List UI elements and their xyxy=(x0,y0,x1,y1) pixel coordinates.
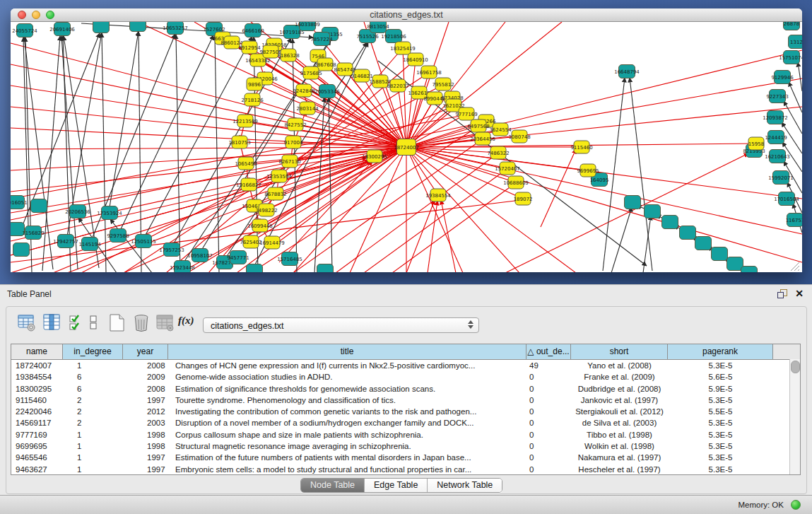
table-cell-out_degree: 0 xyxy=(526,395,571,406)
graph-edge[interactable] xyxy=(364,170,506,272)
graph-edge[interactable] xyxy=(406,147,463,272)
float-panel-icon[interactable] xyxy=(777,289,787,298)
node-label: 917004 xyxy=(284,140,303,146)
table-row[interactable]: 977716911998Corpus callosum shape and si… xyxy=(11,429,800,440)
node-label: 16648794 xyxy=(614,69,640,75)
graph-node-teal[interactable] xyxy=(741,267,758,273)
table-row[interactable]: 1456911722003Disruption of a novel membe… xyxy=(11,417,800,428)
graph-edge[interactable] xyxy=(279,161,372,262)
node-label: 20053346 xyxy=(314,89,340,95)
graph-node-teal[interactable] xyxy=(130,22,146,32)
column-header-short[interactable]: short xyxy=(571,344,668,359)
graph-node-teal[interactable] xyxy=(317,264,334,273)
table-scrollbar[interactable] xyxy=(789,359,800,474)
graph-edge[interactable] xyxy=(406,50,802,147)
node-label: 12093872 xyxy=(763,115,788,121)
canvas-resize-grip[interactable] xyxy=(791,262,799,271)
table-row[interactable]: 1938455462009Genome-wide association stu… xyxy=(11,371,800,382)
node-label: 8427552 xyxy=(284,122,306,128)
node-label: 18724007 xyxy=(394,145,419,151)
row-boxes-icon[interactable] xyxy=(88,313,100,332)
table-header-row: namein_degreeyeartitle△ out_de...shortpa… xyxy=(11,344,800,360)
table-row[interactable]: 1830029562008Estimation of significance … xyxy=(11,383,800,395)
function-builder-icon[interactable]: f(x) xyxy=(178,315,194,327)
column-header-out_degree[interactable]: △ out_de... xyxy=(526,344,571,359)
select-columns-icon[interactable] xyxy=(68,313,85,332)
table-cell-name: 9115460 xyxy=(11,395,63,406)
graph-edge[interactable] xyxy=(611,207,632,272)
table-row[interactable]: 1872400712008Changes of HCN gene express… xyxy=(11,360,800,371)
table-cell-in_degree: 1 xyxy=(63,360,123,371)
graph-node-teal[interactable] xyxy=(625,196,641,209)
table-row[interactable]: 969969511998Structural magnetic resonanc… xyxy=(11,440,800,452)
dropdown-arrows-icon xyxy=(468,320,473,329)
node-label: 7857224 xyxy=(310,37,333,42)
graph-node-teal[interactable] xyxy=(727,257,743,271)
table-cell-out_degree: 49 xyxy=(526,360,571,371)
table-cell-out_degree: 0 xyxy=(526,417,571,428)
node-label: 116753 xyxy=(786,218,802,223)
graph-node-teal[interactable] xyxy=(247,264,263,273)
table-row[interactable]: 911546021997Tourette syndrome. Phenomeno… xyxy=(11,395,800,406)
graph-node-teal[interactable] xyxy=(93,22,110,33)
new-table-icon[interactable] xyxy=(107,313,127,333)
graph-node-teal[interactable] xyxy=(662,216,678,229)
node-label: 8186328 xyxy=(277,53,299,59)
graph-node-teal[interactable] xyxy=(712,247,728,261)
table-settings-icon[interactable] xyxy=(17,313,37,332)
node-label: 12353594 xyxy=(266,174,292,180)
table-cell-name: 14569117 xyxy=(11,417,63,428)
table-cell-name: 18724007 xyxy=(11,360,63,371)
network-view[interactable]: 2405572420691406106532571527602646616010… xyxy=(11,22,802,272)
graph-edge[interactable] xyxy=(81,23,313,37)
graph-node-teal[interactable] xyxy=(680,226,696,240)
graph-edge[interactable] xyxy=(11,147,406,149)
table-row[interactable]: 946362711997Embryonic stem cells: a mode… xyxy=(11,464,800,475)
memory-status-label: Memory: OK xyxy=(738,501,784,509)
node-label: 20364456 xyxy=(470,136,495,142)
graph-node-teal[interactable] xyxy=(695,237,712,250)
table-cell-out_degree: 0 xyxy=(526,464,571,475)
tab-network-table[interactable]: Network Table xyxy=(428,479,502,492)
graph-edge[interactable] xyxy=(406,147,802,262)
delete-table-icon[interactable] xyxy=(131,313,151,333)
node-label: 2803144 xyxy=(296,106,319,112)
graph-node-teal[interactable] xyxy=(13,243,30,257)
memory-ok-indicator[interactable] xyxy=(791,500,801,510)
node-label: 16914479 xyxy=(259,240,285,246)
column-header-year[interactable]: year xyxy=(123,344,168,359)
tab-node-table[interactable]: Node Table xyxy=(301,479,365,492)
graph-edge[interactable] xyxy=(102,33,106,272)
node-label: 8678832 xyxy=(264,192,286,197)
tab-edge-table[interactable]: Edge Table xyxy=(365,479,428,492)
node-label: 20691406 xyxy=(49,27,75,33)
network-window: citations_edges.txt 24055724206914061065… xyxy=(11,8,802,272)
table-row[interactable]: 946554611997Estimation of the future num… xyxy=(11,452,800,463)
column-header-name[interactable]: name xyxy=(11,344,63,359)
node-label: 24055724 xyxy=(12,28,37,34)
graph-edge[interactable] xyxy=(293,140,481,272)
network-canvas[interactable]: 2405572420691406106532571527602646616010… xyxy=(11,22,802,272)
column-header-in_degree[interactable]: in_degree xyxy=(63,344,123,359)
table-cell-in_degree: 2 xyxy=(63,417,123,428)
column-header-title[interactable]: title xyxy=(168,344,526,359)
column-display-icon[interactable] xyxy=(42,313,61,332)
table-cell-year: 2012 xyxy=(123,406,168,417)
table-cell-title: Estimation of significance thresholds fo… xyxy=(168,383,526,395)
column-header-pagerank[interactable]: pagerank xyxy=(668,344,773,359)
table-cell-short: Yano et al. (2008) xyxy=(571,360,668,371)
node-label: 9896 xyxy=(248,82,261,88)
table-scrollbar-thumb[interactable] xyxy=(791,361,800,373)
close-panel-icon[interactable]: ✕ xyxy=(795,289,804,298)
node-label: 6497568 xyxy=(467,124,489,129)
graph-edge[interactable] xyxy=(120,35,213,230)
table-cell-title: Corpus callosum shape and size in male p… xyxy=(168,429,526,440)
node-label: 16210643 xyxy=(765,154,790,160)
graph-edge[interactable] xyxy=(798,62,802,91)
graph-node-teal[interactable] xyxy=(31,199,47,213)
table-row[interactable]: 2242004622012Investigating the contribut… xyxy=(11,406,800,417)
node-label: 9227343 xyxy=(766,94,788,100)
window-titlebar[interactable]: citations_edges.txt xyxy=(11,8,802,22)
graph-node-teal[interactable] xyxy=(645,205,661,218)
table-select-dropdown[interactable]: citations_edges.txt xyxy=(203,317,479,333)
